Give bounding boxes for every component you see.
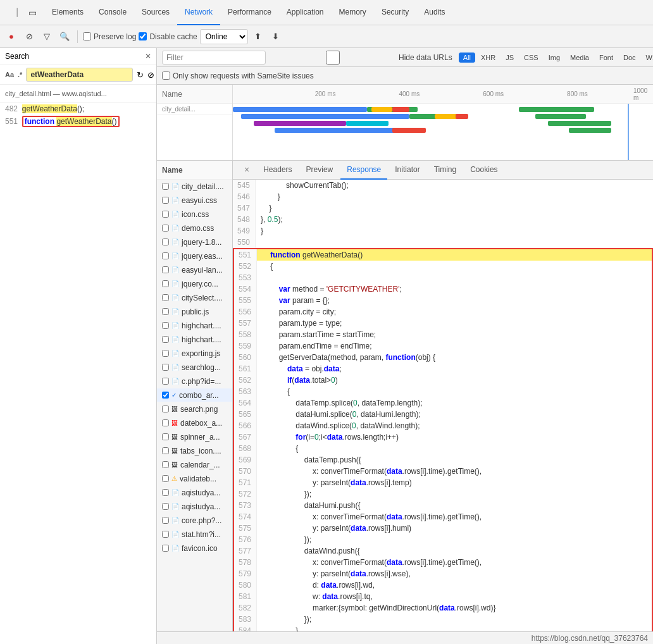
line-content-581: w: data.rows[i].tq,: [257, 591, 373, 602]
file-item-highchart1[interactable]: 📄highchart....: [157, 319, 232, 333]
search-result-line1[interactable]: 482 getWeatherData();: [0, 103, 156, 115]
filter-img[interactable]: Img: [544, 53, 564, 63]
file-item-stathtm[interactable]: 📄stat.htm?i...: [157, 528, 232, 542]
tab-audits[interactable]: Audits: [416, 0, 452, 25]
filter-doc[interactable]: Doc: [619, 53, 640, 63]
close-search-button[interactable]: ✕: [145, 52, 151, 61]
file-item-highchart2[interactable]: 📄highchart....: [157, 333, 232, 347]
result-file-link[interactable]: city_detail.html — www.aqistud...: [0, 87, 156, 100]
file-item-cphp[interactable]: 📄c.php?id=...: [157, 375, 232, 388]
code-viewer[interactable]: 545 showCurrentTab();546 }547 }548}, 0.5…: [233, 180, 653, 631]
code-line-556: 556 param.city = city;: [234, 306, 652, 318]
file-item-easyui-css[interactable]: 📄easyui.css: [157, 194, 232, 207]
filter-ws[interactable]: WS: [642, 53, 653, 63]
disable-cache-checkbox[interactable]: [139, 32, 147, 40]
tab-sources[interactable]: Sources: [134, 0, 177, 25]
code-line-555: 555 var param = {};: [234, 295, 652, 306]
file-item-combo[interactable]: ✓combo_ar...: [157, 388, 232, 402]
tab-security[interactable]: Security: [374, 0, 416, 25]
disable-cache-label[interactable]: Disable cache: [139, 32, 197, 41]
close-tab-btn[interactable]: ×: [238, 161, 256, 180]
filter-input[interactable]: [162, 51, 266, 65]
regex-button[interactable]: .*: [18, 71, 22, 78]
tab-headers[interactable]: Headers: [257, 161, 298, 180]
search-input[interactable]: [26, 68, 133, 82]
preserve-log-checkbox[interactable]: [83, 32, 91, 40]
filter-css[interactable]: CSS: [519, 53, 543, 63]
code-line-550: 550: [233, 237, 653, 248]
line-number-556: 556: [234, 306, 257, 318]
filter-media[interactable]: Media: [566, 53, 594, 63]
line-content-555: var param = {};: [257, 295, 330, 306]
line-content-566: dataWind.splice(0, dataWind.length);: [257, 420, 420, 431]
line-number-566: 566: [234, 420, 257, 431]
clear-search-button[interactable]: ⊘: [147, 70, 154, 80]
file-item-jquery18[interactable]: 📄jquery-1.8...: [157, 235, 232, 249]
filter-js[interactable]: JS: [501, 53, 518, 63]
name-header-label: Name: [162, 90, 182, 99]
file-item-publicjs[interactable]: 📄public.js: [157, 305, 232, 319]
file-item-exportingjs[interactable]: 📄exporting.js: [157, 347, 232, 361]
file-item-easyui-lan[interactable]: 📄easyui-lan...: [157, 263, 232, 277]
file-item-corephp[interactable]: 📄core.php?...: [157, 514, 232, 528]
file-item-cityselect[interactable]: 📄citySelect....: [157, 291, 232, 305]
file-icon-other1: 📄: [171, 489, 179, 496]
tab-console[interactable]: Console: [91, 0, 134, 25]
bar-8: [456, 114, 468, 119]
hide-data-urls-label[interactable]: Hide data URLs: [270, 51, 452, 65]
scale-1000ms: 1000 m: [633, 87, 647, 101]
file-item-icon-css[interactable]: 📄icon.css: [157, 207, 232, 221]
tab-network[interactable]: Network: [177, 0, 220, 25]
search-result-line2[interactable]: 551 function getWeatherData(): [0, 115, 156, 128]
tab-memory[interactable]: Memory: [332, 0, 374, 25]
filter-font[interactable]: Font: [595, 53, 618, 63]
preserve-log-label[interactable]: Preserve log: [83, 32, 136, 41]
throttling-select[interactable]: Online Fast 3G Slow 3G Offline: [200, 29, 248, 44]
stop-button[interactable]: ⊘: [22, 29, 37, 44]
file-item-validateb[interactable]: ⚠validateb...: [157, 472, 232, 486]
tab-elements[interactable]: Elements: [44, 0, 91, 25]
export-icon[interactable]: ⬇: [268, 29, 283, 44]
file-item-jqueryco[interactable]: 📄jquery.co...: [157, 277, 232, 291]
tab-application[interactable]: Application: [279, 0, 332, 25]
file-item-aqistudya1[interactable]: 📄aqistudya...: [157, 486, 232, 500]
file-icon-ico: 📄: [171, 545, 179, 552]
same-site-label[interactable]: Only show requests with SameSite issues: [162, 71, 314, 80]
file-item-searchpng[interactable]: 🖼search.png: [157, 402, 232, 416]
file-item-spinner[interactable]: 🖼spinner_a...: [157, 430, 232, 444]
hide-data-urls-checkbox[interactable]: [270, 51, 396, 65]
filter-xhr[interactable]: XHR: [476, 53, 500, 63]
same-site-checkbox[interactable]: [162, 71, 170, 80]
file-item-demo-css[interactable]: 📄demo.css: [157, 221, 232, 235]
file-item-aqistudya2[interactable]: 📄aqistudya...: [157, 500, 232, 514]
file-item-calendar[interactable]: 🖼calendar_...: [157, 458, 232, 472]
record-button[interactable]: ●: [4, 29, 19, 44]
file-item-favicon[interactable]: 📄favicon.ico: [157, 542, 232, 555]
line-content-562: if(data.total>0): [257, 375, 338, 386]
search-button[interactable]: 🔍: [57, 29, 72, 44]
line-content-563: {: [257, 386, 290, 397]
file-item-tabsicon[interactable]: 🖼tabs_icon....: [157, 444, 232, 458]
inspect-icon[interactable]: ⎹: [4, 4, 22, 22]
filter-types: All XHR JS CSS Img Media Font Doc WS Man…: [459, 53, 653, 63]
file-item-searchlog[interactable]: 📄searchlog...: [157, 361, 232, 375]
tab-preview[interactable]: Preview: [300, 161, 340, 180]
line-number-548: 548: [233, 214, 256, 225]
filter-all[interactable]: All: [459, 53, 475, 63]
line-content-551: function getWeatherData(): [257, 249, 363, 261]
file-item-datebox[interactable]: 🖼datebox_a...: [157, 416, 232, 430]
tab-performance[interactable]: Performance: [220, 0, 279, 25]
file-icon-png4: 🖼: [171, 447, 178, 454]
aa-button[interactable]: Aa: [5, 71, 14, 78]
device-icon[interactable]: ▭: [23, 4, 41, 22]
file-item-city-detail[interactable]: 📄city_detail....: [157, 180, 232, 194]
refresh-search-button[interactable]: ↻: [137, 70, 144, 80]
tab-initiator[interactable]: Initiator: [389, 161, 426, 180]
import-icon[interactable]: ⬆: [251, 29, 266, 44]
tab-timing[interactable]: Timing: [428, 161, 463, 180]
file-item-jqueryeas[interactable]: 📄jquery.eas...: [157, 249, 232, 263]
tab-response[interactable]: Response: [340, 161, 387, 180]
file-list-header-label: Name: [162, 166, 183, 175]
filter-icon[interactable]: ▽: [39, 29, 54, 44]
tab-cookies[interactable]: Cookies: [464, 161, 504, 180]
